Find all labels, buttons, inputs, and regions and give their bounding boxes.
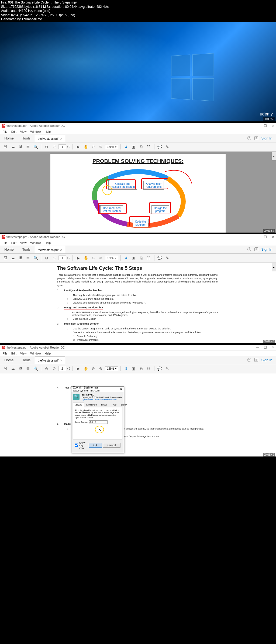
close-button[interactable]: ✕ [272,346,274,349]
menu-view[interactable]: View [20,130,27,133]
menu-edit[interactable]: Edit [11,130,16,133]
menubar: FileEditViewWindowHelp [0,351,276,356]
tab-home[interactable]: Home [0,246,18,253]
zoom-out-icon[interactable]: ⊖ [90,144,96,150]
tab-close-icon[interactable]: × [60,137,62,141]
menu-file[interactable]: File [3,241,8,244]
zoom-out-icon[interactable]: ⊖ [90,255,96,261]
selection-icon[interactable]: ▶ [75,255,81,261]
page-indicator: / 2 [58,144,70,149]
cloud-icon[interactable]: ☁ [10,255,16,261]
mobile-icon[interactable]: ▯ [254,136,258,140]
pdf-icon [2,124,5,128]
menu-help[interactable]: Help [44,130,51,133]
mobile-icon[interactable]: ▯ [254,247,258,251]
tabbar: Home Tools thefivesteps.pdf× ?▯Sign In [0,246,276,254]
tab-livezoom[interactable]: LiveZoom [84,403,99,407]
menu-help[interactable]: Help [44,241,51,244]
sign-icon[interactable]: ✎ [164,144,171,150]
dialog-titlebar: ZoomIt - Sysinternals: www.sysinternals.… [71,387,124,392]
timestamp: 00:02:48 [263,340,275,343]
red-annotation [141,178,168,189]
maximize-button[interactable]: ☐ [264,346,267,349]
tab-home[interactable]: Home [0,134,18,142]
sign-in-link[interactable]: Sign In [261,136,272,140]
minimize-button[interactable]: — [256,346,259,349]
page-input[interactable] [58,255,66,260]
print-icon[interactable]: 🖶 [17,144,24,150]
view-icon[interactable]: ⎘ [138,144,144,150]
close-button[interactable]: ✕ [272,124,274,128]
email-icon[interactable]: ✉ [25,255,31,261]
menu-file[interactable]: File [3,130,8,133]
search-icon[interactable]: 🔍 [32,255,39,261]
tray-checkbox[interactable]: Show tray icon [75,441,87,449]
selection-icon[interactable]: ▶ [75,144,81,150]
minimize-button[interactable]: — [256,124,259,128]
zoom-toggle-input[interactable] [89,420,108,424]
collapse-panel-icon[interactable]: ▸ [272,263,276,271]
help-icon[interactable]: ? [247,136,251,140]
minimize-button[interactable]: — [256,235,259,239]
step-2: 2.Design and Develop an Algorithm [57,306,219,309]
tab-document[interactable]: thefivesteps.pdf× [35,246,65,253]
tab-close-icon[interactable]: × [60,248,62,252]
fit-page-icon[interactable]: ▣ [130,144,137,150]
sign-in-link[interactable]: Sign In [261,247,272,251]
timestamp: 00:03:49 [263,453,275,456]
tab-document[interactable]: thefivesteps.pdf × [35,135,65,142]
tab-tools[interactable]: Tools [18,246,35,253]
maximize-button[interactable]: ☐ [264,235,267,239]
page-up-icon[interactable]: ⊙ [43,144,50,150]
cursor-icon: ↖ [99,428,101,432]
zoomit-copyright: Copyright © 2006-2009 Mark Russinovich [82,396,122,398]
menu-view[interactable]: View [20,241,27,244]
dialog-close-icon[interactable]: ✕ [120,388,122,391]
menubar: File Edit View Window Help [0,129,276,134]
hand-icon[interactable]: ✋ [82,255,89,261]
tab-break[interactable]: Break [119,403,129,407]
page-down-icon[interactable]: ⊙ [51,144,57,150]
print-icon[interactable]: 🖶 [17,255,24,261]
tab-type[interactable]: Type [109,403,119,407]
save-icon[interactable]: 🖫 [2,255,9,261]
email-icon[interactable]: ✉ [25,144,31,150]
page-up-icon[interactable]: ⊙ [43,255,50,261]
ok-button[interactable]: OK [89,443,102,448]
hand-icon[interactable]: ✋ [82,144,89,150]
menu-window[interactable]: Window [30,130,41,133]
menu-edit[interactable]: Edit [11,241,16,244]
tab-zoom[interactable]: Zoom [73,403,84,407]
close-button[interactable]: ✕ [272,235,274,239]
maximize-button[interactable]: ☐ [264,124,267,128]
dialog-tabs: Zoom LiveZoom Draw Type Break [73,403,122,407]
search-icon[interactable]: 🔍 [32,144,39,150]
red-annotation [98,203,127,214]
pdf-icon [2,346,5,349]
help-icon[interactable]: ? [247,247,251,251]
read-icon[interactable]: ☷ [146,144,152,150]
red-annotation [129,216,150,226]
cloud-icon[interactable]: ☁ [10,144,16,150]
zoomit-link[interactable]: Sysinternals - www.sysinternals.com [82,398,116,401]
collapse-panel-icon[interactable]: ▸ [272,152,276,160]
timestamp: 00:01:52 [263,229,275,233]
pdf-icon [2,235,5,239]
comment-icon[interactable]: 💬 [157,144,163,150]
zoom-level[interactable]: 129% ▾ [105,145,118,149]
tab-tools[interactable]: Tools [18,134,35,142]
zoom-in-icon[interactable]: ⊕ [98,144,104,150]
page-input[interactable] [58,366,66,371]
menu-window[interactable]: Window [30,241,41,244]
dialog-content: After toggling ZoomIt you can zoom in wi… [73,407,122,440]
zoom-description: After toggling ZoomIt you can zoom in wi… [75,409,120,419]
page-down-icon[interactable]: ⊙ [51,255,57,261]
save-icon[interactable]: 🖫 [2,144,9,150]
step-3: 3.Implement (Code) the Solution [57,322,219,325]
fit-width-icon[interactable]: ⬍ [123,144,129,150]
tab-draw[interactable]: Draw [99,403,109,407]
cancel-button[interactable]: Cancel [103,443,120,448]
timestamp: 00:00:56 [263,117,275,121]
page-input[interactable] [58,144,66,149]
zoom-in-icon[interactable]: ⊕ [98,255,104,261]
